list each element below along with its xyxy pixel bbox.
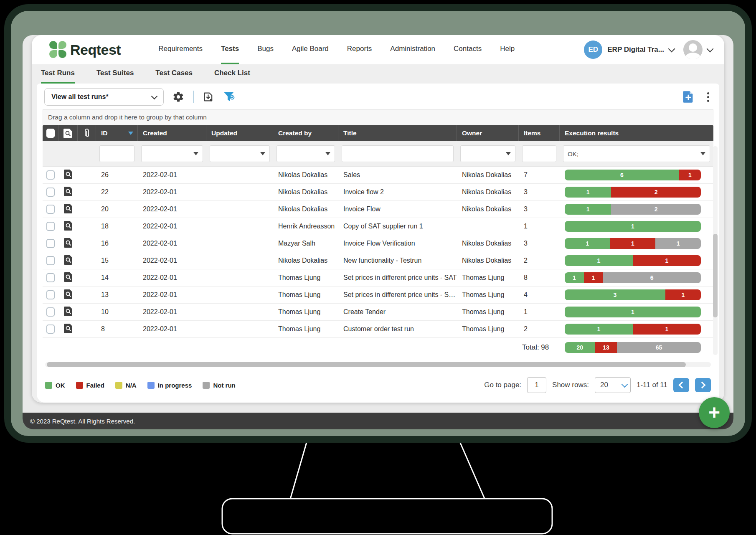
table-row[interactable]: 152022-02-01Nikolas DokaliasNew function… — [43, 252, 713, 269]
chevron-down-icon[interactable] — [707, 45, 714, 52]
row-checkbox[interactable] — [46, 325, 55, 334]
legend-swatch-failed — [76, 382, 83, 389]
view-selector[interactable]: View all test runs* — [44, 88, 164, 106]
legend-swatch-ok — [45, 382, 52, 389]
page-input[interactable]: 1 — [527, 377, 546, 393]
nav-item-administration[interactable]: Administration — [390, 35, 435, 64]
reqtest-logo[interactable]: Reqtest — [49, 35, 121, 64]
execution-segment-failed: 2 — [611, 187, 701, 198]
table-row[interactable]: 142022-02-01Thomas LjungSet prices in di… — [43, 269, 713, 287]
filter-execution-select[interactable]: OK; — [563, 145, 710, 162]
tab-test-cases[interactable]: Test Cases — [155, 64, 193, 84]
table-row[interactable]: 102022-02-01Thomas LjungCreate TenderTho… — [43, 304, 713, 321]
add-fab-button[interactable]: + — [699, 397, 730, 428]
cell-title: Set prices in different price units - Sp… — [338, 291, 457, 299]
execution-segment-failed: 1 — [584, 272, 603, 283]
monitor-frame: Reqtest RequirementsTestsBugsAgile Board… — [4, 4, 752, 443]
column-header-created[interactable]: Created — [138, 125, 206, 141]
screen: Reqtest RequirementsTestsBugsAgile Board… — [23, 35, 733, 429]
vertical-scrollbar[interactable] — [713, 146, 718, 355]
settings-gear-icon[interactable] — [172, 91, 185, 103]
preview-icon[interactable] — [63, 272, 73, 284]
table-row[interactable]: 202022-02-01Nikolas DokaliasInvoice Flow… — [43, 201, 713, 218]
nav-item-reports[interactable]: Reports — [347, 35, 372, 64]
preview-icon[interactable] — [63, 238, 73, 250]
row-checkbox[interactable] — [46, 307, 55, 317]
row-checkbox[interactable] — [46, 290, 55, 299]
user-avatar-icon[interactable] — [683, 40, 703, 59]
execution-bar: 111 — [565, 238, 701, 249]
horizontal-scrollbar[interactable] — [45, 362, 711, 367]
filter-id-input[interactable] — [99, 145, 134, 162]
org-avatar[interactable]: ED — [584, 41, 602, 59]
nav-item-contacts[interactable]: Contacts — [454, 35, 482, 64]
row-checkbox-cell — [43, 188, 58, 197]
preview-icon[interactable] — [63, 255, 73, 267]
cell-created: 2022-02-01 — [138, 291, 206, 299]
nav-item-help[interactable]: Help — [500, 35, 515, 64]
row-checkbox[interactable] — [46, 239, 55, 248]
column-header-owner[interactable]: Owner — [457, 125, 519, 141]
add-document-icon[interactable] — [682, 91, 695, 103]
group-by-bar[interactable]: Drag a column and drop it here to group … — [43, 109, 713, 125]
cell-owner: Thomas Ljung — [457, 291, 519, 299]
preview-column-icon[interactable] — [58, 125, 78, 141]
nav-item-requirements[interactable]: Requirements — [158, 35, 203, 64]
row-checkbox[interactable] — [46, 256, 55, 265]
column-header-items[interactable]: Items — [519, 125, 560, 141]
next-page-button[interactable] — [695, 378, 711, 392]
filter-owner-select[interactable] — [460, 145, 515, 162]
preview-icon[interactable] — [63, 323, 73, 335]
toolbar: View all test runs* — [43, 86, 713, 108]
table-row[interactable]: 132022-02-01Thomas LjungSet prices in di… — [43, 287, 713, 304]
filter-created-by-select[interactable] — [277, 145, 335, 162]
tab-test-suites[interactable]: Test Suites — [96, 64, 134, 84]
import-icon[interactable] — [202, 91, 215, 103]
chevron-down-icon[interactable] — [668, 45, 675, 52]
filter-title-input[interactable] — [342, 145, 454, 162]
tab-check-list[interactable]: Check List — [214, 64, 250, 84]
filter-icon[interactable] — [223, 91, 236, 103]
toolbar-right — [682, 91, 712, 103]
select-all-checkbox[interactable] — [43, 125, 58, 141]
column-header-updated[interactable]: Updated — [206, 125, 273, 141]
row-checkbox-cell — [43, 222, 58, 231]
cell-title: Invoice flow 2 — [338, 188, 457, 196]
filter-created-select[interactable] — [141, 145, 203, 162]
row-checkbox[interactable] — [46, 222, 55, 231]
table-row[interactable]: 262022-02-01Nikolas DokaliasSalesNikolas… — [43, 167, 713, 184]
cell-created-by: Henrik Andreasson — [273, 223, 338, 230]
table-row[interactable]: 222022-02-01Nikolas DokaliasInvoice flow… — [43, 184, 713, 201]
column-header-title[interactable]: Title — [338, 125, 457, 141]
nav-item-bugs[interactable]: Bugs — [257, 35, 274, 64]
row-checkbox[interactable] — [46, 170, 55, 180]
preview-icon[interactable] — [63, 306, 73, 318]
table-body: 262022-02-01Nikolas DokaliasSalesNikolas… — [43, 167, 713, 338]
preview-icon[interactable] — [63, 289, 73, 301]
kebab-menu-icon[interactable] — [705, 91, 712, 103]
column-header-id[interactable]: ID — [96, 125, 138, 141]
cell-title: Set prices in different price units - SA… — [338, 274, 457, 281]
row-checkbox[interactable] — [46, 205, 55, 214]
table-row[interactable]: 182022-02-01Henrik AndreassonCopy of SAT… — [43, 218, 713, 235]
preview-icon[interactable] — [63, 186, 73, 198]
filter-items-input[interactable] — [522, 145, 556, 162]
column-header-execution-results[interactable]: Execution results — [560, 125, 713, 141]
row-checkbox[interactable] — [46, 188, 55, 197]
previous-page-button[interactable] — [673, 378, 689, 392]
table-row[interactable]: 82022-02-01Thomas LjungCustomer order te… — [43, 321, 713, 338]
preview-icon[interactable] — [63, 203, 73, 216]
nav-item-tests[interactable]: Tests — [221, 35, 239, 64]
nav-item-agile-board[interactable]: Agile Board — [292, 35, 329, 64]
preview-icon[interactable] — [63, 169, 73, 181]
execution-segment-ok: 1 — [565, 272, 584, 283]
column-header-created-by[interactable]: Created by — [273, 125, 338, 141]
execution-segment-failed: 1 — [610, 238, 656, 249]
tab-test-runs[interactable]: Test Runs — [41, 64, 75, 84]
filter-updated-select[interactable] — [210, 145, 270, 162]
table-row[interactable]: 162022-02-01Mazyar SalhInvoice Flow Veri… — [43, 235, 713, 252]
row-checkbox[interactable] — [46, 273, 55, 282]
rows-per-page-select[interactable]: 20 — [595, 377, 631, 393]
paperclip-icon[interactable] — [78, 125, 96, 141]
preview-icon[interactable] — [63, 221, 73, 233]
